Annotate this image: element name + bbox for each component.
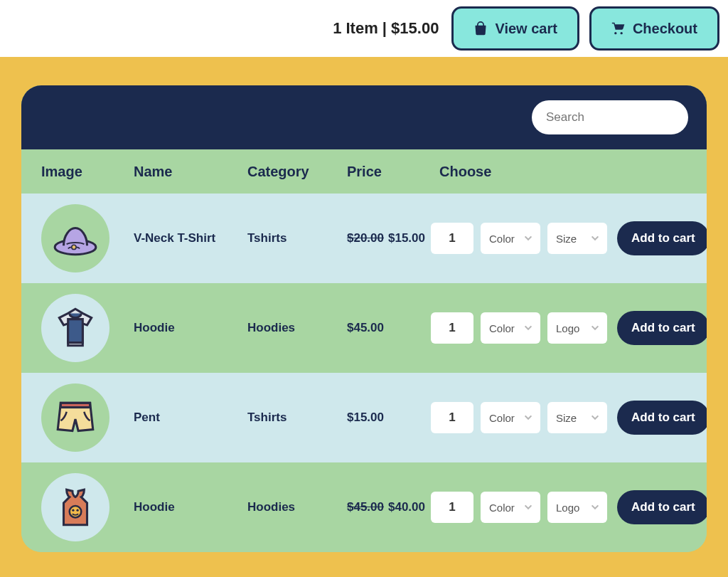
option-1-label: Color	[489, 322, 515, 334]
product-category: Tshirts	[239, 411, 338, 425]
product-category: Tshirts	[239, 231, 338, 245]
tshirt-icon	[52, 305, 99, 351]
quantity-input[interactable]	[431, 312, 473, 344]
option-select-1[interactable]: Color	[481, 402, 540, 433]
image-cell	[33, 473, 125, 541]
search-field[interactable]	[532, 100, 688, 134]
option-select-2[interactable]: Logo	[547, 312, 607, 344]
col-choose: Choose	[431, 164, 707, 180]
top-bar: 1 Item | $15.00 View cart Checkout	[0, 0, 728, 57]
view-cart-button[interactable]: View cart	[451, 6, 579, 51]
cart-icon	[611, 21, 626, 36]
quantity-input[interactable]	[431, 492, 473, 523]
chevron-down-icon	[590, 502, 600, 512]
price-cell: $15.00	[338, 411, 431, 425]
shorts-icon	[52, 394, 99, 441]
option-1-label: Color	[489, 502, 515, 514]
quantity-input[interactable]	[431, 223, 473, 254]
price-cell: $20.00$15.00	[338, 231, 431, 245]
product-name: Pent	[125, 411, 239, 425]
table-row: V-Neck T-Shirt Tshirts $20.00$15.00 Colo…	[21, 194, 707, 283]
table-row: Hoodie Hoodies $45.00 Color Logo Add to …	[21, 283, 707, 373]
option-select-1[interactable]: Color	[481, 223, 540, 254]
option-2-label: Size	[556, 412, 577, 424]
option-select-2[interactable]: Size	[547, 223, 607, 254]
option-1-label: Color	[489, 412, 515, 424]
price-cell: $45.00	[338, 321, 431, 335]
search-input[interactable]	[546, 110, 697, 125]
option-select-1[interactable]: Color	[481, 312, 540, 344]
chevron-down-icon	[590, 323, 600, 333]
choose-cell: Color Logo Add to cart	[431, 490, 707, 524]
chevron-down-icon	[523, 323, 533, 333]
image-cell	[33, 294, 125, 362]
old-price: $20.00	[347, 231, 384, 245]
product-image	[41, 473, 109, 541]
view-cart-label: View cart	[495, 21, 557, 37]
product-image	[41, 383, 109, 452]
price: $40.00	[388, 500, 425, 514]
tank-icon	[52, 484, 99, 531]
price-cell: $45.00$40.00	[338, 500, 431, 514]
col-category: Category	[239, 164, 338, 180]
product-category: Hoodies	[239, 500, 338, 514]
price: $45.00	[347, 321, 384, 334]
option-2-label: Logo	[556, 502, 579, 514]
cart-summary: 1 Item | $15.00	[333, 19, 439, 38]
chevron-down-icon	[523, 502, 533, 512]
image-cell	[33, 383, 125, 452]
option-2-label: Logo	[556, 322, 579, 334]
price: $15.00	[388, 231, 425, 245]
add-to-cart-button[interactable]: Add to cart	[617, 490, 707, 524]
col-name: Name	[125, 164, 239, 180]
table-header: Image Name Category Price Choose	[21, 149, 707, 194]
checkout-label: Checkout	[633, 21, 697, 37]
add-to-cart-button[interactable]: Add to cart	[617, 311, 707, 345]
option-select-2[interactable]: Logo	[547, 492, 607, 523]
panel-header	[21, 85, 707, 149]
product-name: Hoodie	[125, 321, 239, 335]
add-to-cart-button[interactable]: Add to cart	[617, 221, 707, 255]
bag-icon	[473, 21, 488, 36]
table-row: Pent Tshirts $15.00 Color Size Add to ca…	[21, 373, 707, 462]
image-cell	[33, 204, 125, 272]
page-frame: Image Name Category Price Choose V-Neck …	[0, 57, 728, 577]
old-price: $45.00	[347, 500, 384, 514]
option-select-1[interactable]: Color	[481, 492, 540, 523]
chevron-down-icon	[590, 233, 600, 243]
col-image: Image	[33, 164, 125, 180]
chevron-down-icon	[523, 413, 533, 423]
add-to-cart-button[interactable]: Add to cart	[617, 401, 707, 435]
checkout-button[interactable]: Checkout	[589, 6, 719, 51]
chevron-down-icon	[590, 413, 600, 423]
choose-cell: Color Logo Add to cart	[431, 311, 707, 345]
product-category: Hoodies	[239, 321, 338, 335]
choose-cell: Color Size Add to cart	[431, 401, 707, 435]
hat-icon	[52, 215, 99, 262]
product-image	[41, 204, 109, 272]
option-2-label: Size	[556, 233, 577, 245]
quantity-input[interactable]	[431, 402, 473, 433]
price: $15.00	[347, 411, 384, 424]
col-price: Price	[338, 164, 431, 180]
product-name: V-Neck T-Shirt	[125, 231, 239, 245]
chevron-down-icon	[523, 233, 533, 243]
product-name: Hoodie	[125, 500, 239, 514]
option-1-label: Color	[489, 233, 515, 245]
product-panel: Image Name Category Price Choose V-Neck …	[21, 85, 707, 552]
choose-cell: Color Size Add to cart	[431, 221, 707, 255]
product-image	[41, 294, 109, 362]
table-body: V-Neck T-Shirt Tshirts $20.00$15.00 Colo…	[21, 194, 707, 552]
table-row: Hoodie Hoodies $45.00$40.00 Color Logo A…	[21, 462, 707, 552]
option-select-2[interactable]: Size	[547, 402, 607, 433]
